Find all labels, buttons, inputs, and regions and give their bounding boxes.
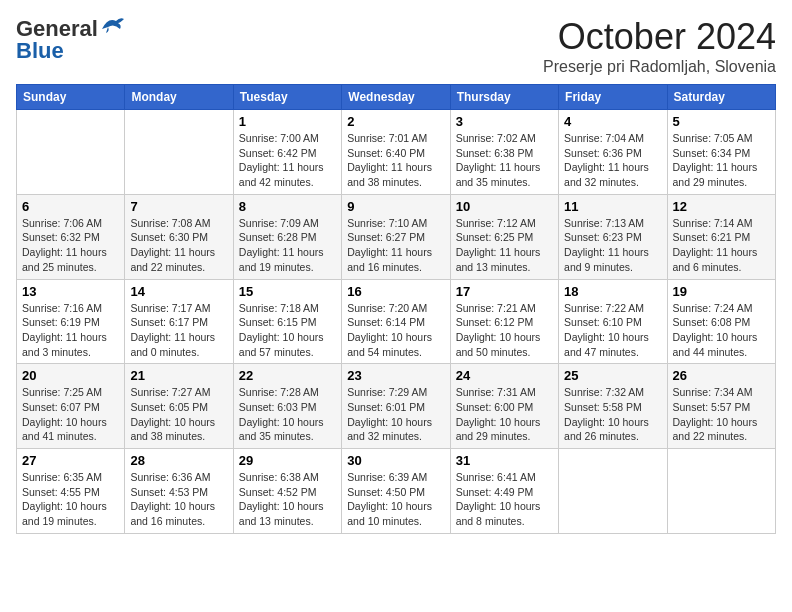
day-info: Sunrise: 7:05 AM Sunset: 6:34 PM Dayligh… (673, 131, 770, 190)
calendar-cell: 11Sunrise: 7:13 AM Sunset: 6:23 PM Dayli… (559, 194, 667, 279)
day-number: 9 (347, 199, 444, 214)
calendar-cell: 20Sunrise: 7:25 AM Sunset: 6:07 PM Dayli… (17, 364, 125, 449)
logo-blue: Blue (16, 38, 64, 64)
calendar-cell: 6Sunrise: 7:06 AM Sunset: 6:32 PM Daylig… (17, 194, 125, 279)
calendar-cell: 5Sunrise: 7:05 AM Sunset: 6:34 PM Daylig… (667, 110, 775, 195)
calendar-cell (125, 110, 233, 195)
calendar-cell: 19Sunrise: 7:24 AM Sunset: 6:08 PM Dayli… (667, 279, 775, 364)
page-header: General Blue October 2024 Preserje pri R… (16, 16, 776, 76)
day-number: 12 (673, 199, 770, 214)
calendar-cell: 18Sunrise: 7:22 AM Sunset: 6:10 PM Dayli… (559, 279, 667, 364)
calendar-week-row: 13Sunrise: 7:16 AM Sunset: 6:19 PM Dayli… (17, 279, 776, 364)
day-info: Sunrise: 7:17 AM Sunset: 6:17 PM Dayligh… (130, 301, 227, 360)
day-number: 23 (347, 368, 444, 383)
day-number: 7 (130, 199, 227, 214)
day-info: Sunrise: 7:21 AM Sunset: 6:12 PM Dayligh… (456, 301, 553, 360)
day-info: Sunrise: 7:20 AM Sunset: 6:14 PM Dayligh… (347, 301, 444, 360)
day-info: Sunrise: 7:09 AM Sunset: 6:28 PM Dayligh… (239, 216, 336, 275)
calendar-cell: 2Sunrise: 7:01 AM Sunset: 6:40 PM Daylig… (342, 110, 450, 195)
day-info: Sunrise: 7:28 AM Sunset: 6:03 PM Dayligh… (239, 385, 336, 444)
day-info: Sunrise: 7:13 AM Sunset: 6:23 PM Dayligh… (564, 216, 661, 275)
day-number: 31 (456, 453, 553, 468)
calendar-table: SundayMondayTuesdayWednesdayThursdayFrid… (16, 84, 776, 534)
calendar-cell: 21Sunrise: 7:27 AM Sunset: 6:05 PM Dayli… (125, 364, 233, 449)
calendar-cell: 13Sunrise: 7:16 AM Sunset: 6:19 PM Dayli… (17, 279, 125, 364)
calendar-cell: 26Sunrise: 7:34 AM Sunset: 5:57 PM Dayli… (667, 364, 775, 449)
calendar-week-row: 20Sunrise: 7:25 AM Sunset: 6:07 PM Dayli… (17, 364, 776, 449)
calendar-cell: 22Sunrise: 7:28 AM Sunset: 6:03 PM Dayli… (233, 364, 341, 449)
day-number: 15 (239, 284, 336, 299)
day-info: Sunrise: 7:24 AM Sunset: 6:08 PM Dayligh… (673, 301, 770, 360)
calendar-week-row: 27Sunrise: 6:35 AM Sunset: 4:55 PM Dayli… (17, 449, 776, 534)
calendar-cell (17, 110, 125, 195)
day-number: 5 (673, 114, 770, 129)
day-number: 20 (22, 368, 119, 383)
calendar-cell: 27Sunrise: 6:35 AM Sunset: 4:55 PM Dayli… (17, 449, 125, 534)
location: Preserje pri Radomljah, Slovenia (543, 58, 776, 76)
day-number: 17 (456, 284, 553, 299)
calendar-cell: 8Sunrise: 7:09 AM Sunset: 6:28 PM Daylig… (233, 194, 341, 279)
day-info: Sunrise: 7:34 AM Sunset: 5:57 PM Dayligh… (673, 385, 770, 444)
weekday-header: Saturday (667, 85, 775, 110)
weekday-header: Sunday (17, 85, 125, 110)
day-number: 24 (456, 368, 553, 383)
logo-bird-icon (100, 15, 126, 37)
day-info: Sunrise: 7:08 AM Sunset: 6:30 PM Dayligh… (130, 216, 227, 275)
day-info: Sunrise: 7:16 AM Sunset: 6:19 PM Dayligh… (22, 301, 119, 360)
day-info: Sunrise: 7:01 AM Sunset: 6:40 PM Dayligh… (347, 131, 444, 190)
calendar-cell: 31Sunrise: 6:41 AM Sunset: 4:49 PM Dayli… (450, 449, 558, 534)
day-info: Sunrise: 7:32 AM Sunset: 5:58 PM Dayligh… (564, 385, 661, 444)
weekday-header: Thursday (450, 85, 558, 110)
calendar-cell: 7Sunrise: 7:08 AM Sunset: 6:30 PM Daylig… (125, 194, 233, 279)
day-number: 4 (564, 114, 661, 129)
day-number: 1 (239, 114, 336, 129)
logo: General Blue (16, 16, 126, 64)
day-number: 11 (564, 199, 661, 214)
calendar-cell: 9Sunrise: 7:10 AM Sunset: 6:27 PM Daylig… (342, 194, 450, 279)
day-number: 6 (22, 199, 119, 214)
calendar-cell: 25Sunrise: 7:32 AM Sunset: 5:58 PM Dayli… (559, 364, 667, 449)
day-info: Sunrise: 7:18 AM Sunset: 6:15 PM Dayligh… (239, 301, 336, 360)
day-number: 28 (130, 453, 227, 468)
day-number: 21 (130, 368, 227, 383)
day-info: Sunrise: 7:00 AM Sunset: 6:42 PM Dayligh… (239, 131, 336, 190)
calendar-cell (559, 449, 667, 534)
weekday-header: Friday (559, 85, 667, 110)
day-number: 18 (564, 284, 661, 299)
day-info: Sunrise: 7:29 AM Sunset: 6:01 PM Dayligh… (347, 385, 444, 444)
day-number: 14 (130, 284, 227, 299)
day-number: 10 (456, 199, 553, 214)
calendar-cell: 3Sunrise: 7:02 AM Sunset: 6:38 PM Daylig… (450, 110, 558, 195)
calendar-week-row: 1Sunrise: 7:00 AM Sunset: 6:42 PM Daylig… (17, 110, 776, 195)
day-number: 29 (239, 453, 336, 468)
month-title: October 2024 (543, 16, 776, 58)
calendar-cell: 16Sunrise: 7:20 AM Sunset: 6:14 PM Dayli… (342, 279, 450, 364)
calendar-cell: 4Sunrise: 7:04 AM Sunset: 6:36 PM Daylig… (559, 110, 667, 195)
day-info: Sunrise: 7:04 AM Sunset: 6:36 PM Dayligh… (564, 131, 661, 190)
calendar-week-row: 6Sunrise: 7:06 AM Sunset: 6:32 PM Daylig… (17, 194, 776, 279)
day-info: Sunrise: 7:27 AM Sunset: 6:05 PM Dayligh… (130, 385, 227, 444)
weekday-header: Monday (125, 85, 233, 110)
calendar-cell: 14Sunrise: 7:17 AM Sunset: 6:17 PM Dayli… (125, 279, 233, 364)
calendar-header-row: SundayMondayTuesdayWednesdayThursdayFrid… (17, 85, 776, 110)
day-number: 19 (673, 284, 770, 299)
day-number: 8 (239, 199, 336, 214)
day-info: Sunrise: 6:39 AM Sunset: 4:50 PM Dayligh… (347, 470, 444, 529)
title-block: October 2024 Preserje pri Radomljah, Slo… (543, 16, 776, 76)
day-info: Sunrise: 7:14 AM Sunset: 6:21 PM Dayligh… (673, 216, 770, 275)
day-number: 3 (456, 114, 553, 129)
day-number: 26 (673, 368, 770, 383)
calendar-cell (667, 449, 775, 534)
day-info: Sunrise: 7:12 AM Sunset: 6:25 PM Dayligh… (456, 216, 553, 275)
day-info: Sunrise: 6:38 AM Sunset: 4:52 PM Dayligh… (239, 470, 336, 529)
day-info: Sunrise: 7:10 AM Sunset: 6:27 PM Dayligh… (347, 216, 444, 275)
day-number: 22 (239, 368, 336, 383)
day-info: Sunrise: 7:06 AM Sunset: 6:32 PM Dayligh… (22, 216, 119, 275)
day-number: 27 (22, 453, 119, 468)
calendar-cell: 29Sunrise: 6:38 AM Sunset: 4:52 PM Dayli… (233, 449, 341, 534)
day-number: 13 (22, 284, 119, 299)
day-info: Sunrise: 7:31 AM Sunset: 6:00 PM Dayligh… (456, 385, 553, 444)
day-number: 2 (347, 114, 444, 129)
day-info: Sunrise: 7:25 AM Sunset: 6:07 PM Dayligh… (22, 385, 119, 444)
calendar-cell: 15Sunrise: 7:18 AM Sunset: 6:15 PM Dayli… (233, 279, 341, 364)
